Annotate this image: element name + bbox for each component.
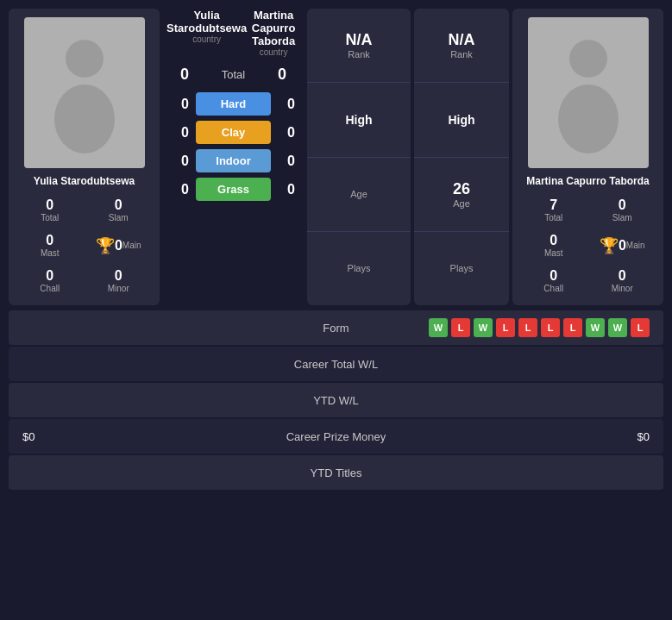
svg-point-0	[66, 40, 104, 78]
right-trophy-icon: 🏆	[600, 236, 619, 255]
grass-right-score: 0	[278, 182, 295, 197]
left-stat-slam: 0 Slam	[86, 194, 152, 226]
right-avatar-silhouette	[528, 17, 649, 168]
right-trophy-cell: 🏆 0 Main	[590, 229, 656, 261]
right-country: country	[247, 47, 300, 57]
form-row: Form WLWLLLLWWL	[9, 310, 663, 345]
left-header-name: Yulia Starodubtsewa	[166, 9, 247, 34]
form-badge: L	[563, 318, 582, 337]
ytd-titles-row: YTD Titles	[9, 455, 663, 490]
right-stat-total: 7 Total	[521, 194, 587, 226]
right-plays-label: Plays	[450, 263, 474, 273]
total-label: Total	[198, 68, 269, 81]
total-score-right: 0	[269, 66, 295, 84]
form-badge: L	[518, 318, 537, 337]
left-stat-chall: 0 Chall	[17, 265, 83, 297]
form-badge: L	[451, 318, 470, 337]
left-middle-card: N/A Rank High Age Plays	[307, 9, 411, 305]
clay-button[interactable]: Clay	[196, 121, 271, 144]
right-rank-label: Rank	[450, 49, 473, 59]
form-badges: WLWLLLLWWL	[429, 318, 650, 337]
left-age-label: Age	[350, 189, 367, 199]
indoor-button[interactable]: Indoor	[196, 149, 271, 172]
right-rank-value: N/A	[449, 31, 475, 49]
career-total-row: Career Total W/L	[9, 347, 663, 381]
right-age-value: 26	[453, 180, 470, 198]
right-age-label: Age	[453, 198, 470, 209]
left-player-card: Yulia Starodubtsewa 0 Total 0 Slam 0 Mas…	[9, 9, 160, 305]
left-trophy-cell: 🏆 0 Main	[86, 229, 152, 261]
left-rank-cell: N/A Rank	[307, 9, 411, 83]
right-player-stats: 7 Total 0 Slam 0 Mast 🏆 0 Main 0	[521, 194, 655, 297]
left-stat-mast: 0 Mast	[17, 229, 83, 261]
left-trophy-icon: 🏆	[96, 236, 115, 255]
form-badge: L	[541, 318, 560, 337]
clay-left-score: 0	[172, 125, 189, 141]
hard-left-score: 0	[172, 97, 189, 112]
left-player-name: Yulia Starodubtsewa	[34, 175, 135, 187]
ytd-wl-row: YTD W/L	[9, 383, 663, 417]
indoor-left-score: 0	[172, 153, 189, 169]
total-row: 0 Total 0	[163, 62, 304, 87]
right-player-card: Martina Capurro Taborda 7 Total 0 Slam 0…	[512, 9, 663, 305]
form-badge: L	[631, 318, 650, 337]
right-plays-cell: Plays	[414, 232, 509, 305]
form-badge: W	[429, 318, 448, 337]
prize-right: $0	[546, 430, 650, 443]
center-section: Yulia Starodubtsewa country Martina Capu…	[163, 9, 304, 305]
left-high-value: High	[345, 113, 372, 127]
left-player-stats: 0 Total 0 Slam 0 Mast 🏆 0 Main 0	[17, 194, 151, 297]
right-player-avatar	[528, 17, 649, 168]
surface-rows: 0 Hard 0 0 Clay 0 0 Indoor 0 0 Grass	[163, 89, 304, 204]
career-total-label: Career Total W/L	[126, 358, 546, 371]
prize-left: $0	[22, 430, 126, 443]
right-stat-minor: 0 Minor	[590, 265, 656, 297]
grass-left-score: 0	[172, 182, 189, 197]
surface-grass-row: 0 Grass 0	[172, 178, 295, 201]
prize-row: $0 Career Prize Money $0	[9, 419, 663, 454]
form-badges-right: WLWLLLLWWL	[546, 318, 650, 337]
main-container: Yulia Starodubtsewa 0 Total 0 Slam 0 Mas…	[0, 0, 672, 498]
left-avatar-silhouette	[24, 17, 145, 168]
form-badge: W	[586, 318, 605, 337]
total-score-left: 0	[172, 66, 198, 84]
right-stat-mast: 0 Mast	[521, 229, 587, 261]
left-stat-total: 0 Total	[17, 194, 83, 226]
left-plays-label: Plays	[348, 263, 371, 273]
surface-clay-row: 0 Clay 0	[172, 121, 295, 144]
left-age-cell: Age	[307, 158, 411, 232]
right-info-card: N/A Rank High 26 Age Plays	[414, 9, 509, 305]
ytd-titles-label: YTD Titles	[126, 467, 546, 479]
form-badge: W	[608, 318, 627, 337]
hard-button[interactable]: Hard	[196, 92, 271, 116]
form-badge: L	[496, 318, 515, 337]
right-header-name: Martina Capurro Taborda	[247, 9, 300, 47]
right-high-value: High	[448, 113, 474, 127]
svg-point-1	[54, 85, 115, 153]
grass-button[interactable]: Grass	[196, 178, 271, 201]
svg-point-3	[558, 85, 619, 153]
bottom-stats: Form WLWLLLLWWL Career Total W/L YTD W/L…	[9, 310, 663, 490]
left-country: country	[166, 34, 247, 44]
left-plays-cell: Plays	[307, 232, 411, 305]
surface-indoor-row: 0 Indoor 0	[172, 149, 295, 172]
left-player-avatar	[24, 17, 145, 168]
indoor-right-score: 0	[278, 153, 295, 169]
left-rank-label: Rank	[348, 49, 370, 59]
players-section: Yulia Starodubtsewa 0 Total 0 Slam 0 Mas…	[9, 9, 663, 305]
form-badge: W	[474, 318, 493, 337]
left-stat-minor: 0 Minor	[86, 265, 152, 297]
prize-label: Career Prize Money	[126, 430, 546, 443]
svg-point-2	[569, 40, 607, 78]
right-age-cell: 26 Age	[414, 158, 509, 232]
hard-right-score: 0	[278, 97, 295, 112]
clay-right-score: 0	[278, 125, 295, 141]
right-stat-slam: 0 Slam	[590, 194, 656, 226]
right-high-cell: High	[414, 83, 509, 157]
right-player-name: Martina Capurro Taborda	[526, 175, 649, 187]
ytd-wl-label: YTD W/L	[126, 394, 546, 407]
right-stat-chall: 0 Chall	[521, 265, 587, 297]
left-rank-value: N/A	[346, 31, 373, 49]
surface-hard-row: 0 Hard 0	[172, 92, 295, 116]
left-high-cell: High	[307, 83, 411, 157]
